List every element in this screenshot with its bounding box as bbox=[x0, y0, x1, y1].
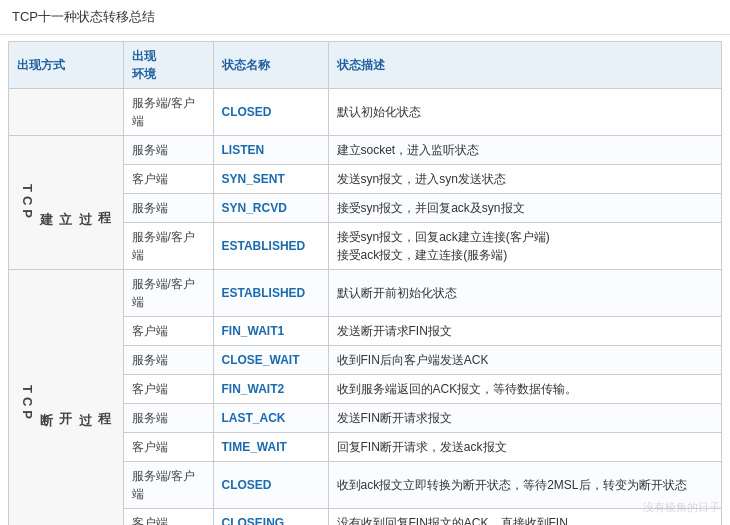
section-label-establish: TCP建立过程 bbox=[9, 136, 124, 270]
env-cell: 服务端 bbox=[123, 194, 213, 223]
desc-cell: 接受syn报文，回复ack建立连接(客户端)接受ack报文，建立连接(服务端) bbox=[328, 223, 722, 270]
desc-cell: 接受syn报文，并回复ack及syn报文 bbox=[328, 194, 722, 223]
desc-cell: 建立socket，进入监听状态 bbox=[328, 136, 722, 165]
env-cell: 客户端 bbox=[123, 433, 213, 462]
section-cell-empty bbox=[9, 89, 124, 136]
section-label-close: TCP断开过程 bbox=[9, 270, 124, 526]
env-cell: 服务端 bbox=[123, 346, 213, 375]
state-cell: SYN_SENT bbox=[213, 165, 328, 194]
page-title: TCP十一种状态转移总结 bbox=[0, 0, 730, 35]
table-row: TCP断开过程 服务端/客户端 ESTABLISHED 默认断开前初始化状态 bbox=[9, 270, 722, 317]
env-cell: 客户端 bbox=[123, 375, 213, 404]
desc-cell: 发送syn报文，进入syn发送状态 bbox=[328, 165, 722, 194]
header-env: 出现环境 bbox=[123, 42, 213, 89]
watermark: 没有棱角的日子 bbox=[643, 500, 720, 515]
env-cell: 客户端 bbox=[123, 165, 213, 194]
header-desc: 状态描述 bbox=[328, 42, 722, 89]
env-cell: 服务端/客户端 bbox=[123, 270, 213, 317]
env-cell: 服务端 bbox=[123, 404, 213, 433]
state-cell: TIME_WAIT bbox=[213, 433, 328, 462]
desc-cell: 回复FIN断开请求，发送ack报文 bbox=[328, 433, 722, 462]
state-cell: FIN_WAIT1 bbox=[213, 317, 328, 346]
env-cell: 服务端/客户端 bbox=[123, 223, 213, 270]
desc-cell: 收到FIN后向客户端发送ACK bbox=[328, 346, 722, 375]
desc-cell: 默认断开前初始化状态 bbox=[328, 270, 722, 317]
header-appear: 出现方式 bbox=[9, 42, 124, 89]
table-header-row: 出现方式 出现环境 状态名称 状态描述 bbox=[9, 42, 722, 89]
state-cell: CLOSEING bbox=[213, 509, 328, 526]
desc-cell: 默认初始化状态 bbox=[328, 89, 722, 136]
state-cell: CLOSED bbox=[213, 89, 328, 136]
table-container: 出现方式 出现环境 状态名称 状态描述 服务端/客户端 CLOSED 默认初始化… bbox=[0, 35, 730, 525]
state-cell: SYN_RCVD bbox=[213, 194, 328, 223]
tcp-state-table: 出现方式 出现环境 状态名称 状态描述 服务端/客户端 CLOSED 默认初始化… bbox=[8, 41, 722, 525]
env-cell: 客户端 bbox=[123, 317, 213, 346]
desc-cell: 发送FIN断开请求报文 bbox=[328, 404, 722, 433]
header-state: 状态名称 bbox=[213, 42, 328, 89]
state-cell: ESTABLISHED bbox=[213, 270, 328, 317]
state-cell: CLOSED bbox=[213, 462, 328, 509]
state-cell: FIN_WAIT2 bbox=[213, 375, 328, 404]
env-cell: 服务端/客户端 bbox=[123, 89, 213, 136]
table-row: TCP建立过程 服务端 LISTEN 建立socket，进入监听状态 bbox=[9, 136, 722, 165]
state-cell: LAST_ACK bbox=[213, 404, 328, 433]
table-row: 服务端/客户端 CLOSED 默认初始化状态 bbox=[9, 89, 722, 136]
env-cell: 服务端/客户端 bbox=[123, 462, 213, 509]
state-cell: CLOSE_WAIT bbox=[213, 346, 328, 375]
state-cell: LISTEN bbox=[213, 136, 328, 165]
env-cell: 客户端 bbox=[123, 509, 213, 526]
state-cell: ESTABLISHED bbox=[213, 223, 328, 270]
env-cell: 服务端 bbox=[123, 136, 213, 165]
desc-cell: 收到服务端返回的ACK报文，等待数据传输。 bbox=[328, 375, 722, 404]
desc-cell: 发送断开请求FIN报文 bbox=[328, 317, 722, 346]
